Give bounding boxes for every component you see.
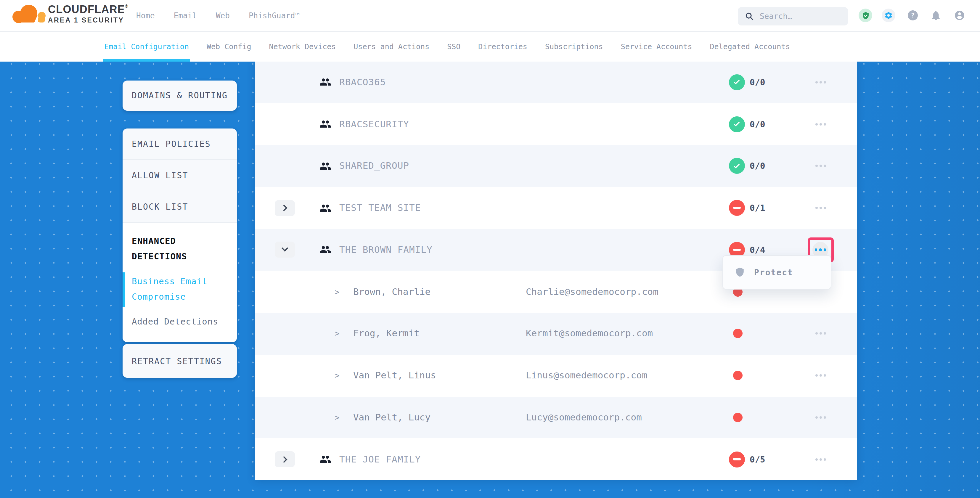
protected-count: 0/4 (750, 245, 765, 255)
group-name[interactable]: TEST TEAM SITE (339, 202, 421, 213)
protected-count: 0/0 (750, 119, 765, 129)
member-chevron-icon[interactable]: > (334, 413, 340, 422)
row-actions-button[interactable] (809, 322, 832, 345)
group-icon (319, 202, 332, 214)
member-name[interactable]: Van Pelt, Linus (353, 370, 436, 381)
app-header: CLOUDFLARE® AREA 1 SECURITY HomeEmailWeb… (0, 0, 980, 32)
sidebar-card-domains: DOMAINS & ROUTING (122, 80, 237, 110)
sidebar-item-email-policies[interactable]: EMAIL POLICIES (122, 129, 237, 159)
row-actions-button[interactable] (809, 447, 832, 471)
user-account-icon[interactable] (954, 10, 965, 21)
search-box[interactable]: Search… (738, 7, 848, 25)
row-actions-button[interactable] (809, 112, 832, 136)
member-chevron-icon[interactable]: > (334, 371, 340, 380)
expand-button[interactable] (275, 451, 295, 467)
expand-button[interactable] (275, 200, 295, 216)
active-item-bar (122, 272, 125, 307)
expander-spacer (275, 409, 295, 425)
expander-spacer (275, 116, 295, 132)
table-row: >Frog, KermitKermit@somedemocorp.com (255, 313, 857, 355)
expander-spacer (275, 368, 295, 383)
tab-users-and-actions[interactable]: Users and Actions (353, 32, 429, 61)
table-row: RBACO3650/0 (255, 61, 857, 103)
protected-count: 0/5 (750, 455, 765, 464)
brand-name: CLOUDFLARE® (48, 3, 129, 15)
tab-directories[interactable]: Directories (478, 32, 527, 61)
tab-subscriptions[interactable]: Subscriptions (545, 32, 603, 61)
protected-count: 0/0 (750, 161, 765, 171)
tab-network-devices[interactable]: Network Devices (269, 32, 336, 61)
cloudflare-cloud-icon (13, 4, 46, 27)
nav-email[interactable]: Email (174, 11, 197, 21)
expander-spacer (275, 158, 295, 174)
sidebar-item-block-list[interactable]: BLOCK LIST (122, 191, 237, 222)
chevron-right-icon (281, 456, 288, 463)
member-name[interactable]: Brown, Charlie (353, 286, 431, 297)
sidebar-item-domains-routing[interactable]: DOMAINS & ROUTING (122, 80, 237, 110)
tab-service-accounts[interactable]: Service Accounts (621, 32, 692, 61)
collapse-button[interactable] (275, 242, 295, 258)
group-name[interactable]: RBACSECURITY (339, 119, 409, 129)
sidebar-item-retract-settings[interactable]: RETRACT SETTINGS (122, 344, 237, 378)
main-nav: HomeEmailWebPhishGuard™ (136, 0, 300, 32)
security-shield-icon[interactable] (859, 9, 872, 22)
enhanced-detections-title: ENHANCED DETECTIONS (132, 233, 227, 264)
tab-email-configuration[interactable]: Email Configuration (104, 32, 189, 61)
row-actions-button[interactable] (809, 70, 832, 94)
table-row: >Van Pelt, LucyLucy@somedemocorp.com (255, 396, 857, 439)
status-ok-badge (729, 116, 745, 132)
nav-phishguard[interactable]: PhishGuard™ (249, 11, 300, 21)
row-actions-button[interactable] (809, 406, 832, 429)
group-name[interactable]: THE BROWN FAMILY (339, 245, 433, 255)
group-icon (319, 243, 332, 256)
group-icon (319, 160, 332, 172)
table-row: TEST TEAM SITE0/1 (255, 187, 857, 229)
search-icon (745, 11, 754, 21)
status-dot (733, 413, 743, 422)
tab-web-config[interactable]: Web Config (207, 32, 251, 61)
cloudflare-logo[interactable]: CLOUDFLARE® AREA 1 SECURITY (13, 4, 129, 27)
tab-delegated-accounts[interactable]: Delegated Accounts (710, 32, 790, 61)
tab-sso[interactable]: SSO (447, 32, 460, 61)
member-email: Linus@somedemocorp.com (526, 370, 648, 381)
menu-item-protect[interactable]: Protect (735, 256, 830, 289)
sidebar-item-added-detections[interactable]: Added Detections (132, 314, 227, 329)
group-name[interactable]: RBACO365 (339, 77, 386, 88)
status-dot (733, 371, 743, 380)
expander-spacer (275, 74, 295, 90)
search-placeholder: Search… (760, 11, 792, 21)
status-blocked-badge (729, 200, 745, 216)
group-name[interactable]: SHARED_GROUP (339, 161, 409, 172)
row-actions-button[interactable] (809, 196, 832, 220)
sidebar-item-business-email-compromise[interactable]: Business Email Compromise (132, 274, 227, 304)
protected-count: 0/1 (750, 203, 765, 213)
group-name[interactable]: THE JOE FAMILY (339, 454, 421, 465)
member-name[interactable]: Van Pelt, Lucy (353, 412, 431, 423)
help-icon[interactable]: ? (908, 11, 918, 21)
member-name[interactable]: Frog, Kermit (353, 328, 420, 339)
notifications-bell-icon[interactable] (930, 10, 942, 21)
row-actions-button[interactable] (809, 364, 832, 387)
member-chevron-icon[interactable]: > (334, 287, 340, 296)
settings-gear-icon[interactable] (882, 9, 895, 22)
app-window: CLOUDFLARE® AREA 1 SECURITY HomeEmailWeb… (0, 0, 980, 498)
sidebar-card-policies: EMAIL POLICIES ALLOW LIST BLOCK LIST ENH… (122, 129, 237, 342)
minus-icon (733, 458, 740, 460)
row-actions-button[interactable] (809, 154, 832, 178)
expander-spacer (275, 284, 295, 300)
protected-count: 0/0 (750, 78, 765, 87)
group-icon (319, 453, 332, 465)
sidebar-item-allow-list[interactable]: ALLOW LIST (122, 160, 237, 191)
nav-home[interactable]: Home (136, 11, 155, 21)
table-row: THE JOE FAMILY0/5 (255, 439, 857, 480)
member-chevron-icon[interactable]: > (334, 329, 340, 339)
sidebar-section-enhanced-detections: ENHANCED DETECTIONS Business Email Compr… (122, 223, 237, 342)
chevron-right-icon (281, 205, 288, 212)
nav-web[interactable]: Web (216, 11, 230, 21)
context-menu: Protect (722, 255, 831, 289)
group-icon (319, 76, 332, 89)
config-tabbar: Email ConfigurationWeb ConfigNetwork Dev… (0, 32, 980, 61)
table-row: SHARED_GROUP0/0 (255, 145, 857, 187)
expander-spacer (275, 326, 295, 342)
status-ok-badge (729, 158, 745, 174)
